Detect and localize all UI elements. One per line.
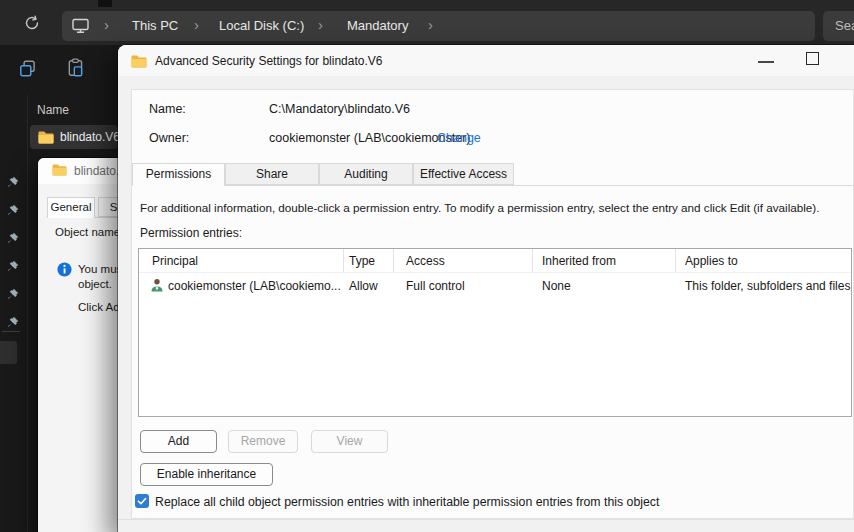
folder-icon bbox=[131, 54, 147, 72]
name-label: Name: bbox=[149, 102, 186, 116]
tab-auditing[interactable]: Auditing bbox=[319, 163, 413, 185]
tab-effective-access[interactable]: Effective Access bbox=[413, 163, 514, 185]
tab-share[interactable]: Share bbox=[225, 163, 319, 185]
info-text-line2: object. bbox=[78, 278, 112, 290]
copy-icon[interactable] bbox=[18, 59, 38, 83]
minimize-button[interactable] bbox=[758, 61, 774, 63]
cell-access: Full control bbox=[406, 279, 465, 293]
tab-general[interactable]: General bbox=[47, 197, 95, 218]
breadcrumb-local-disk[interactable]: Local Disk (C:) bbox=[219, 18, 304, 33]
footer-divider bbox=[118, 519, 854, 520]
cell-inherited-from: None bbox=[542, 279, 571, 293]
col-header-type[interactable]: Type bbox=[349, 254, 375, 268]
dialog-titlebar: Advanced Security Settings for blindato.… bbox=[118, 45, 854, 76]
permission-entries-table: Principal Type Access Inherited from App… bbox=[138, 248, 852, 417]
explorer-toolbar: › This PC › Local Disk (C:) › Mandatory … bbox=[0, 0, 854, 45]
permission-entries-label: Permission entries: bbox=[140, 226, 242, 240]
user-avatar-icon bbox=[150, 278, 164, 296]
window-tab-edge bbox=[98, 0, 112, 7]
folder-icon bbox=[52, 164, 67, 178]
tab-permissions[interactable]: Permissions bbox=[132, 163, 225, 186]
breadcrumb-chevron-icon[interactable]: › bbox=[428, 16, 433, 33]
header-divider bbox=[139, 272, 851, 273]
breadcrumb-chevron-icon[interactable]: › bbox=[104, 16, 109, 33]
remove-button[interactable]: Remove bbox=[228, 430, 298, 453]
dialog-content-panel: Name: C:\Mandatory\blindato.V6 Owner: co… bbox=[131, 89, 854, 519]
folder-icon bbox=[38, 130, 54, 148]
properties-title: blindato.V bbox=[74, 164, 119, 178]
file-name: blindato.V6 bbox=[60, 130, 120, 144]
replace-permissions-label[interactable]: Replace all child object permission entr… bbox=[155, 495, 659, 509]
tab-sharing[interactable]: Sha bbox=[98, 197, 119, 217]
pin-icon bbox=[6, 287, 19, 300]
check-icon bbox=[136, 495, 148, 507]
address-bar[interactable]: › This PC › Local Disk (C:) › Mandatory … bbox=[62, 11, 815, 41]
folder-properties-dialog: blindato.V General Sha Object name: You … bbox=[38, 158, 119, 532]
cell-principal: cookiemonster (LAB\cookiemo... bbox=[168, 279, 341, 293]
advanced-security-settings-dialog: Advanced Security Settings for blindato.… bbox=[118, 45, 854, 532]
pin-icon bbox=[6, 175, 19, 188]
add-button[interactable]: Add bbox=[140, 430, 217, 453]
nav-section-divider bbox=[2, 331, 20, 332]
pin-icon bbox=[6, 231, 19, 244]
pin-icon bbox=[6, 259, 19, 272]
pin-icon bbox=[6, 203, 19, 216]
cell-applies-to: This folder, subfolders and files bbox=[685, 279, 850, 293]
breadcrumb-this-pc[interactable]: This PC bbox=[132, 18, 178, 33]
replace-permissions-checkbox[interactable] bbox=[135, 494, 149, 508]
info-text-line1: You mus bbox=[78, 263, 119, 275]
cell-type: Allow bbox=[349, 279, 378, 293]
properties-titlebar: blindato.V bbox=[38, 158, 119, 184]
column-separator[interactable] bbox=[532, 249, 533, 272]
column-separator[interactable] bbox=[393, 249, 394, 272]
change-owner-link[interactable]: Change bbox=[437, 131, 481, 145]
maximize-button[interactable] bbox=[806, 52, 819, 65]
name-value: C:\Mandatory\blindato.V6 bbox=[269, 102, 410, 116]
nav-pane-divider bbox=[27, 95, 28, 532]
this-pc-monitor-icon bbox=[72, 18, 89, 38]
breadcrumb-chevron-icon[interactable]: › bbox=[318, 16, 323, 33]
enable-inheritance-button[interactable]: Enable inheritance bbox=[140, 463, 273, 486]
column-separator[interactable] bbox=[343, 249, 344, 272]
refresh-icon[interactable] bbox=[24, 15, 40, 35]
col-header-inherited-from[interactable]: Inherited from bbox=[542, 254, 616, 268]
pin-icon bbox=[6, 315, 19, 328]
column-separator[interactable] bbox=[675, 249, 676, 272]
object-name-label: Object name: bbox=[55, 226, 119, 238]
tab-divider bbox=[132, 185, 853, 186]
col-header-principal[interactable]: Principal bbox=[152, 254, 198, 268]
owner-label: Owner: bbox=[149, 131, 189, 145]
column-header-name[interactable]: Name bbox=[37, 103, 69, 117]
search-placeholder: Sea bbox=[835, 18, 854, 33]
dialog-title: Advanced Security Settings for blindato.… bbox=[155, 54, 382, 68]
breadcrumb-mandatory[interactable]: Mandatory bbox=[347, 18, 408, 33]
info-text-line3: Click Ad bbox=[78, 301, 119, 313]
paste-icon[interactable] bbox=[66, 58, 86, 82]
view-button[interactable]: View bbox=[311, 430, 388, 453]
nav-item-highlight[interactable] bbox=[0, 341, 17, 364]
col-header-access[interactable]: Access bbox=[406, 254, 445, 268]
breadcrumb-chevron-icon[interactable]: › bbox=[194, 16, 199, 33]
search-input[interactable]: Sea bbox=[823, 11, 854, 41]
info-icon bbox=[57, 262, 72, 279]
file-row-selected[interactable]: blindato.V6 bbox=[30, 125, 118, 149]
col-header-applies-to[interactable]: Applies to bbox=[685, 254, 738, 268]
instruction-text: For additional information, double-click… bbox=[140, 201, 819, 214]
